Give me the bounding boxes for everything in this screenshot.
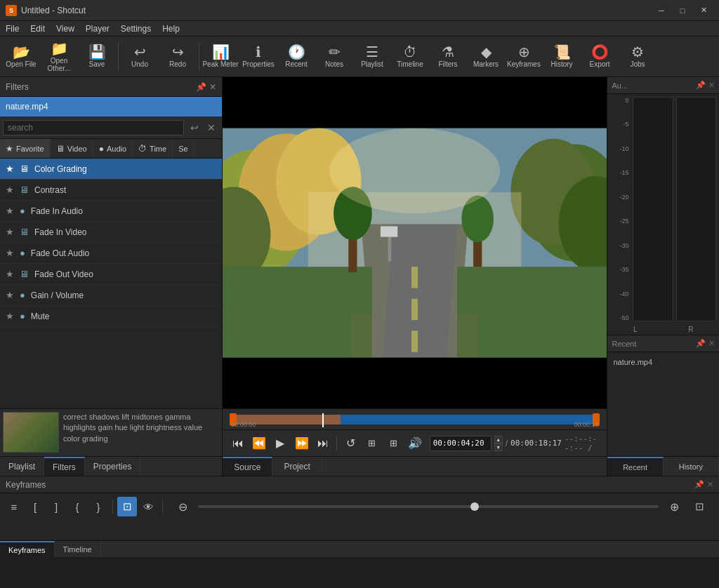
star-icon: ★ — [6, 269, 14, 279]
bottom-tab-keyframes[interactable]: Keyframes — [0, 541, 55, 557]
audio-meter-pin-icon[interactable]: 📌 — [696, 81, 706, 90]
filter-tab-set[interactable]: Se — [173, 139, 194, 158]
time-down-button[interactable]: ▼ — [494, 443, 503, 451]
history-button[interactable]: 📜 History — [543, 39, 580, 75]
search-close-button[interactable]: ✕ — [204, 120, 219, 135]
filter-item-fade-out-video[interactable]: ★ 🖥 Fade Out Video — [0, 264, 222, 285]
undo-icon: ↩ — [134, 45, 146, 59]
in-out-button[interactable]: ⊞ — [363, 433, 381, 454]
peak-meter-button[interactable]: 📊 Peak Meter — [202, 39, 239, 75]
menu-file[interactable]: File — [0, 21, 25, 36]
timeline-button[interactable]: ⏱ Timeline — [392, 39, 428, 75]
fast-forward-button[interactable]: ⏩ — [293, 433, 311, 454]
recent-toolbar-button[interactable]: 🕐 Recent — [278, 39, 315, 75]
filter-tab-favorite[interactable]: ★ Favorite — [0, 139, 51, 158]
kf-prev-simple-button[interactable]: { — [67, 497, 87, 516]
filter-preview: correct shadows lift midtones gamma high… — [0, 408, 222, 456]
filter-item-fade-out-audio[interactable]: ★ ● Fade Out Audio — [0, 243, 222, 264]
notes-button[interactable]: ✏ Notes — [316, 39, 352, 75]
kf-close-icon[interactable]: ✕ — [707, 480, 713, 489]
filter-item-color-grading[interactable]: ★ 🖥 Color Grading — [0, 159, 222, 180]
kf-fit-button[interactable]: ⊡ — [690, 497, 709, 516]
svg-rect-16 — [458, 267, 607, 357]
kf-zoom-filter-button[interactable]: 👁 — [138, 497, 158, 516]
filters-panel-header: Filters 📌 ✕ — [0, 77, 222, 97]
kf-snap-button[interactable]: ⊡ — [117, 497, 137, 516]
current-time-input[interactable] — [430, 436, 492, 451]
kf-zoom-container: ⊖ ⊕ ⊡ — [167, 497, 715, 516]
kf-in-point-button[interactable]: [ — [25, 497, 45, 516]
filter-item-contrast[interactable]: ★ 🖥 Contrast — [0, 180, 222, 201]
kf-next-simple-button[interactable]: } — [88, 497, 108, 516]
kf-out-point-button[interactable]: ] — [46, 497, 66, 516]
save-button[interactable]: 💾 Save — [79, 39, 115, 75]
audio-meter-close-icon[interactable]: ✕ — [708, 81, 715, 90]
close-button[interactable]: ✕ — [694, 4, 713, 18]
volume-button[interactable]: 🔊 — [405, 433, 423, 454]
kf-zoom-thumb[interactable] — [470, 502, 479, 511]
meter-l-label: L — [633, 326, 638, 333]
menu-help[interactable]: Help — [157, 21, 185, 36]
jobs-button[interactable]: ⚙ Jobs — [619, 39, 656, 75]
kf-zoom-slider[interactable] — [198, 505, 659, 508]
title-text: Untitled - Shotcut — [21, 6, 652, 15]
favorite-tab-icon: ★ — [6, 144, 13, 154]
playlist-button[interactable]: ☰ Playlist — [354, 39, 390, 75]
play-button[interactable]: ▶ — [271, 433, 289, 454]
redo-button[interactable]: ↪ Redo — [159, 39, 196, 75]
search-input[interactable] — [3, 120, 184, 135]
recent-tab-history[interactable]: History — [664, 457, 719, 476]
filter-tab-time[interactable]: ⏱ Time — [133, 139, 173, 158]
loop-button[interactable]: ↺ — [341, 433, 360, 454]
undo-button[interactable]: ↩ Undo — [121, 39, 158, 75]
source-tab[interactable]: Source — [223, 457, 272, 476]
recent-item[interactable]: nature.mp4 — [610, 355, 716, 369]
minimize-button[interactable]: ─ — [652, 4, 671, 18]
properties-button[interactable]: ℹ Properties — [240, 39, 277, 75]
video-tab-label: Video — [67, 145, 87, 153]
properties-icon: ℹ — [256, 45, 261, 59]
export-button[interactable]: ⭕ Export — [581, 39, 618, 75]
filter-item-fade-in-audio[interactable]: ★ ● Fade In Audio — [0, 201, 222, 222]
filter-tab-audio[interactable]: ● Audio — [93, 139, 133, 158]
timeline-scrubber[interactable]: 00:00:00 00:00:10 — [223, 408, 607, 429]
rewind-button[interactable]: ⏪ — [250, 433, 268, 454]
svg-rect-10 — [411, 267, 418, 288]
markers-button[interactable]: ◆ Markers — [468, 39, 504, 75]
filter-item-gain-volume[interactable]: ★ ● Gain / Volume — [0, 285, 222, 306]
time-divider: / — [506, 439, 508, 448]
step-back-button[interactable]: ⏮ — [228, 433, 246, 454]
recent-close-icon[interactable]: ✕ — [708, 339, 715, 348]
grid-button[interactable]: ⊞ — [384, 433, 402, 454]
menu-settings[interactable]: Settings — [115, 21, 157, 36]
bottom-tab-timeline[interactable]: Timeline — [55, 541, 101, 557]
menu-view[interactable]: View — [51, 21, 80, 36]
kf-zoom-in-button[interactable]: ⊕ — [664, 497, 684, 516]
step-forward-button[interactable]: ⏭ — [314, 433, 332, 454]
filter-tab-video[interactable]: 🖥 Video — [51, 139, 93, 158]
kf-pin-icon[interactable]: 📌 — [694, 480, 704, 489]
kf-zoom-out-button[interactable]: ⊖ — [173, 497, 192, 516]
search-clear-button[interactable]: ↩ — [187, 120, 202, 135]
tab-properties[interactable]: Properties — [85, 457, 141, 476]
menu-edit[interactable]: Edit — [25, 21, 51, 36]
tab-filters[interactable]: Filters — [44, 457, 85, 476]
menu-player[interactable]: Player — [80, 21, 115, 36]
filters-close-icon[interactable]: ✕ — [209, 82, 216, 92]
open-other-button[interactable]: 📁 Open Other... — [41, 39, 77, 75]
recent-pin-icon[interactable]: 📌 — [696, 339, 706, 348]
keyframes-button[interactable]: ⊕ Keyframes — [506, 39, 542, 75]
filter-item-fade-in-video[interactable]: ★ 🖥 Fade In Video — [0, 222, 222, 243]
recent-tab-recent[interactable]: Recent — [607, 457, 663, 476]
filters-button[interactable]: ⚗ Filters — [430, 39, 466, 75]
time-up-button[interactable]: ▲ — [494, 436, 503, 443]
bottom-status-tabs: Keyframes Timeline — [0, 540, 719, 557]
audio-tab-icon: ● — [99, 144, 104, 154]
open-file-button[interactable]: 📂 Open File — [3, 39, 39, 75]
kf-all-keyframes-button[interactable]: ≡ — [4, 497, 24, 516]
filters-pin-icon[interactable]: 📌 — [196, 82, 206, 92]
maximize-button[interactable]: □ — [673, 4, 692, 18]
project-tab[interactable]: Project — [272, 457, 322, 476]
filter-item-mute[interactable]: ★ ● Mute — [0, 306, 222, 327]
tab-playlist[interactable]: Playlist — [0, 457, 44, 476]
